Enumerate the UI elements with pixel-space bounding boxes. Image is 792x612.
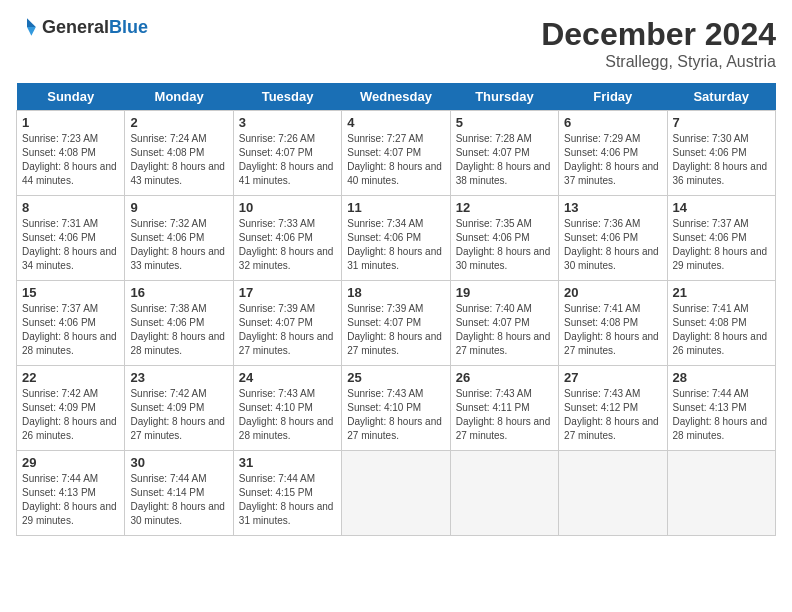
day-info: Sunrise: 7:37 AM Sunset: 4:06 PM Dayligh… (22, 302, 119, 358)
day-info: Sunrise: 7:44 AM Sunset: 4:15 PM Dayligh… (239, 472, 336, 528)
day-number: 4 (347, 115, 444, 130)
day-number: 19 (456, 285, 553, 300)
day-info: Sunrise: 7:43 AM Sunset: 4:10 PM Dayligh… (347, 387, 444, 443)
day-number: 21 (673, 285, 770, 300)
day-number: 28 (673, 370, 770, 385)
day-number: 11 (347, 200, 444, 215)
calendar-table: SundayMondayTuesdayWednesdayThursdayFrid… (16, 83, 776, 536)
day-cell: 4Sunrise: 7:27 AM Sunset: 4:07 PM Daylig… (342, 111, 450, 196)
day-info: Sunrise: 7:39 AM Sunset: 4:07 PM Dayligh… (239, 302, 336, 358)
day-info: Sunrise: 7:44 AM Sunset: 4:13 PM Dayligh… (673, 387, 770, 443)
day-cell: 20Sunrise: 7:41 AM Sunset: 4:08 PM Dayli… (559, 281, 667, 366)
day-cell: 18Sunrise: 7:39 AM Sunset: 4:07 PM Dayli… (342, 281, 450, 366)
day-info: Sunrise: 7:40 AM Sunset: 4:07 PM Dayligh… (456, 302, 553, 358)
day-info: Sunrise: 7:39 AM Sunset: 4:07 PM Dayligh… (347, 302, 444, 358)
day-info: Sunrise: 7:27 AM Sunset: 4:07 PM Dayligh… (347, 132, 444, 188)
logo-icon (16, 16, 38, 38)
col-header-tuesday: Tuesday (233, 83, 341, 111)
day-info: Sunrise: 7:42 AM Sunset: 4:09 PM Dayligh… (22, 387, 119, 443)
logo-text: GeneralBlue (42, 17, 148, 38)
day-number: 20 (564, 285, 661, 300)
day-info: Sunrise: 7:30 AM Sunset: 4:06 PM Dayligh… (673, 132, 770, 188)
day-cell: 6Sunrise: 7:29 AM Sunset: 4:06 PM Daylig… (559, 111, 667, 196)
day-cell: 2Sunrise: 7:24 AM Sunset: 4:08 PM Daylig… (125, 111, 233, 196)
day-cell: 21Sunrise: 7:41 AM Sunset: 4:08 PM Dayli… (667, 281, 775, 366)
col-header-friday: Friday (559, 83, 667, 111)
day-number: 15 (22, 285, 119, 300)
day-number: 5 (456, 115, 553, 130)
day-cell: 31Sunrise: 7:44 AM Sunset: 4:15 PM Dayli… (233, 451, 341, 536)
day-cell (667, 451, 775, 536)
day-info: Sunrise: 7:28 AM Sunset: 4:07 PM Dayligh… (456, 132, 553, 188)
day-cell: 25Sunrise: 7:43 AM Sunset: 4:10 PM Dayli… (342, 366, 450, 451)
day-info: Sunrise: 7:29 AM Sunset: 4:06 PM Dayligh… (564, 132, 661, 188)
week-row-4: 22Sunrise: 7:42 AM Sunset: 4:09 PM Dayli… (17, 366, 776, 451)
day-number: 24 (239, 370, 336, 385)
col-header-monday: Monday (125, 83, 233, 111)
day-number: 26 (456, 370, 553, 385)
day-cell: 8Sunrise: 7:31 AM Sunset: 4:06 PM Daylig… (17, 196, 125, 281)
day-info: Sunrise: 7:38 AM Sunset: 4:06 PM Dayligh… (130, 302, 227, 358)
day-number: 31 (239, 455, 336, 470)
col-header-sunday: Sunday (17, 83, 125, 111)
day-info: Sunrise: 7:33 AM Sunset: 4:06 PM Dayligh… (239, 217, 336, 273)
day-cell: 24Sunrise: 7:43 AM Sunset: 4:10 PM Dayli… (233, 366, 341, 451)
day-cell: 12Sunrise: 7:35 AM Sunset: 4:06 PM Dayli… (450, 196, 558, 281)
day-info: Sunrise: 7:23 AM Sunset: 4:08 PM Dayligh… (22, 132, 119, 188)
day-cell: 27Sunrise: 7:43 AM Sunset: 4:12 PM Dayli… (559, 366, 667, 451)
day-info: Sunrise: 7:24 AM Sunset: 4:08 PM Dayligh… (130, 132, 227, 188)
day-info: Sunrise: 7:32 AM Sunset: 4:06 PM Dayligh… (130, 217, 227, 273)
day-number: 14 (673, 200, 770, 215)
day-cell: 5Sunrise: 7:28 AM Sunset: 4:07 PM Daylig… (450, 111, 558, 196)
day-number: 1 (22, 115, 119, 130)
day-info: Sunrise: 7:43 AM Sunset: 4:11 PM Dayligh… (456, 387, 553, 443)
day-number: 18 (347, 285, 444, 300)
day-cell: 29Sunrise: 7:44 AM Sunset: 4:13 PM Dayli… (17, 451, 125, 536)
day-cell (342, 451, 450, 536)
svg-marker-0 (27, 18, 36, 27)
day-number: 2 (130, 115, 227, 130)
week-row-3: 15Sunrise: 7:37 AM Sunset: 4:06 PM Dayli… (17, 281, 776, 366)
week-row-1: 1Sunrise: 7:23 AM Sunset: 4:08 PM Daylig… (17, 111, 776, 196)
col-header-wednesday: Wednesday (342, 83, 450, 111)
day-number: 25 (347, 370, 444, 385)
day-cell: 1Sunrise: 7:23 AM Sunset: 4:08 PM Daylig… (17, 111, 125, 196)
col-header-thursday: Thursday (450, 83, 558, 111)
day-info: Sunrise: 7:36 AM Sunset: 4:06 PM Dayligh… (564, 217, 661, 273)
day-cell: 15Sunrise: 7:37 AM Sunset: 4:06 PM Dayli… (17, 281, 125, 366)
day-number: 22 (22, 370, 119, 385)
day-cell: 3Sunrise: 7:26 AM Sunset: 4:07 PM Daylig… (233, 111, 341, 196)
svg-marker-1 (27, 27, 36, 36)
day-cell: 23Sunrise: 7:42 AM Sunset: 4:09 PM Dayli… (125, 366, 233, 451)
day-number: 9 (130, 200, 227, 215)
week-row-5: 29Sunrise: 7:44 AM Sunset: 4:13 PM Dayli… (17, 451, 776, 536)
header-row: SundayMondayTuesdayWednesdayThursdayFrid… (17, 83, 776, 111)
day-info: Sunrise: 7:42 AM Sunset: 4:09 PM Dayligh… (130, 387, 227, 443)
logo: GeneralBlue (16, 16, 148, 38)
day-cell: 16Sunrise: 7:38 AM Sunset: 4:06 PM Dayli… (125, 281, 233, 366)
day-info: Sunrise: 7:43 AM Sunset: 4:10 PM Dayligh… (239, 387, 336, 443)
day-cell: 26Sunrise: 7:43 AM Sunset: 4:11 PM Dayli… (450, 366, 558, 451)
day-number: 13 (564, 200, 661, 215)
day-cell: 22Sunrise: 7:42 AM Sunset: 4:09 PM Dayli… (17, 366, 125, 451)
day-cell (559, 451, 667, 536)
day-info: Sunrise: 7:34 AM Sunset: 4:06 PM Dayligh… (347, 217, 444, 273)
day-number: 16 (130, 285, 227, 300)
day-cell: 14Sunrise: 7:37 AM Sunset: 4:06 PM Dayli… (667, 196, 775, 281)
day-cell: 10Sunrise: 7:33 AM Sunset: 4:06 PM Dayli… (233, 196, 341, 281)
day-number: 6 (564, 115, 661, 130)
day-info: Sunrise: 7:41 AM Sunset: 4:08 PM Dayligh… (673, 302, 770, 358)
day-number: 27 (564, 370, 661, 385)
day-info: Sunrise: 7:43 AM Sunset: 4:12 PM Dayligh… (564, 387, 661, 443)
day-number: 3 (239, 115, 336, 130)
day-cell: 30Sunrise: 7:44 AM Sunset: 4:14 PM Dayli… (125, 451, 233, 536)
day-number: 7 (673, 115, 770, 130)
day-info: Sunrise: 7:37 AM Sunset: 4:06 PM Dayligh… (673, 217, 770, 273)
col-header-saturday: Saturday (667, 83, 775, 111)
title-block: December 2024 Strallegg, Styria, Austria (541, 16, 776, 71)
day-number: 8 (22, 200, 119, 215)
day-info: Sunrise: 7:44 AM Sunset: 4:14 PM Dayligh… (130, 472, 227, 528)
day-info: Sunrise: 7:41 AM Sunset: 4:08 PM Dayligh… (564, 302, 661, 358)
day-number: 17 (239, 285, 336, 300)
page-header: GeneralBlue December 2024 Strallegg, Sty… (16, 16, 776, 71)
